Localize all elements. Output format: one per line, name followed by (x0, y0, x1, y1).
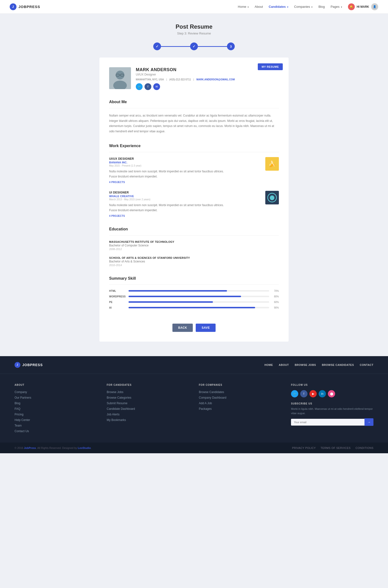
work-role-1: UI/UX DESIGNER (109, 157, 261, 160)
user-greeting: HI MARK (357, 5, 369, 8)
footer-columns: ABOUT Company Our Partners Blog FAQ Pric… (0, 374, 388, 443)
edu-degree-1: Bachelor of Computer Science (109, 244, 279, 247)
step-line-1 (161, 46, 190, 47)
footer-link-company[interactable]: Company (15, 390, 97, 394)
footer-link-team[interactable]: Team (15, 424, 97, 427)
footer-link-browse-categories[interactable]: Browse Categories (107, 396, 189, 399)
footer-nav-browse-jobs[interactable]: BROWSE JOBS (295, 363, 316, 367)
footer-email-submit-button[interactable]: → (364, 418, 373, 426)
footer-logo-icon: J (15, 362, 20, 368)
back-button[interactable]: BACK (172, 324, 193, 332)
footer-top: J JOBPRESS HOME ABOUT BROWSE JOBS BROWSE… (0, 356, 388, 374)
nav-item-home[interactable]: Home ▾ (238, 5, 249, 8)
footer-link-bookmarks[interactable]: My Bookmarks (107, 418, 189, 422)
footer-link-help[interactable]: Help Center (15, 418, 97, 422)
profile-photo (109, 67, 131, 89)
step-3: 3 (227, 43, 235, 50)
navbar-brand-name: JOBPRESS (18, 5, 40, 9)
social-email-button[interactable]: ✉ (153, 83, 160, 90)
step-line-2 (198, 46, 227, 47)
footer-link-pricing[interactable]: Pricing (15, 412, 97, 416)
navbar-logo-icon: J (10, 3, 17, 10)
svg-text:⬤: ⬤ (270, 195, 274, 200)
footer-about-col: ABOUT Company Our Partners Blog FAQ Pric… (15, 384, 97, 433)
skill-bar-pe (128, 301, 213, 303)
footer-companies-col: FOR COMPANIES Browse Candidates Company … (199, 384, 281, 433)
page-subtitle: Step 3: Review Resume (5, 31, 383, 35)
footer-conditions[interactable]: CONDITIONS (356, 447, 373, 449)
footer-nav: HOME ABOUT BROWSE JOBS BROWSE CANDIDATES… (265, 363, 373, 367)
work-projects-1[interactable]: 4 PROJECTS (109, 181, 261, 184)
footer-link-contact[interactable]: Contact Us (15, 429, 97, 433)
edu-school-1: MASSACHUSETTS INSTITUTE OF TECHNOLOGY (109, 240, 279, 243)
nav-item-blog[interactable]: Blog (318, 5, 325, 8)
footer-nav-browse-candidates[interactable]: BROWSE CANDIDATES (322, 363, 354, 367)
work-experience-title: Work Experience (109, 144, 279, 148)
navbar-user: 🔔 HI MARK 👤 (348, 3, 378, 10)
footer-link-submit-resume[interactable]: Submit Resume (107, 401, 189, 405)
work-projects-2[interactable]: 4 PROJECTS (109, 214, 261, 217)
skill-bar-wordpress (128, 296, 241, 297)
footer-link-partners[interactable]: Our Partners (15, 396, 97, 399)
candidate-phone: (415)-212-322-5711 (169, 78, 191, 81)
work-desc-1: Nulla molestie sed lorem non suscipit. M… (109, 169, 225, 179)
footer-youtube-button[interactable]: ▶ (309, 390, 317, 398)
candidate-title: UI/UX Designer (136, 73, 235, 76)
footer-nav-about[interactable]: ABOUT (279, 363, 289, 367)
footer-facebook-button[interactable]: f (300, 390, 308, 398)
footer-link-blog[interactable]: Blog (15, 401, 97, 405)
nav-item-candidates[interactable]: Candidates ▾ (269, 5, 288, 8)
work-item-2: UI DESIGNER WHALE CREATIVE March 2013 - … (109, 191, 279, 217)
candidate-location: MANHATTAN, NYC, USA (136, 78, 164, 81)
skill-html: HTML 70% (109, 290, 279, 292)
footer-link-browse-candidates[interactable]: Browse Candidates (199, 390, 281, 394)
footer-nav-contact[interactable]: CONTACT (360, 363, 373, 367)
avatar[interactable]: 👤 (371, 3, 378, 10)
social-twitter-button[interactable]: 🐦 (136, 83, 143, 90)
work-date-2: March 2013 - May 2015 (over 2 years) (109, 198, 261, 201)
footer-dribbble-button[interactable]: ⬤ (328, 390, 335, 398)
page-title: Post Resume (5, 23, 383, 30)
footer-privacy-policy[interactable]: PRIVACY POLICY (292, 447, 316, 449)
action-buttons: BACK SAVE (109, 319, 279, 332)
notification-icon[interactable]: 🔔 (348, 3, 355, 10)
nav-item-about[interactable]: About (255, 5, 263, 8)
candidate-name: MARK ANDERSON (136, 67, 235, 72)
footer-social: 🐦 f ▶ in ⬤ (291, 390, 373, 398)
edu-year-1: 2008-2012 (109, 248, 279, 251)
footer-about-links: Company Our Partners Blog FAQ Pricing He… (15, 390, 97, 433)
nav-item-pages[interactable]: Pages ▾ (331, 5, 342, 8)
candidate-email: MARK.ANDERSON@GMAIL.COM (196, 78, 235, 81)
footer-link-add-job[interactable]: Add A Job (199, 401, 281, 405)
edu-item-2: SCHOOL OF ARTS & SCIENCES OF STANFORD UN… (109, 256, 279, 267)
footer-subscribe-title: SUBSCRIBE US (291, 402, 373, 405)
social-facebook-button[interactable]: f (145, 83, 151, 90)
skills-title: Summary Skill (109, 276, 279, 281)
svg-text:🍌: 🍌 (268, 160, 276, 167)
footer-candidates-col: FOR CANDIDATES Browse Jobs Browse Catego… (107, 384, 189, 433)
edu-school-2: SCHOOL OF ARTS & SCIENCES OF STANFORD UN… (109, 256, 279, 259)
education-section: Education MASSACHUSETTS INSTITUTE OF TEC… (109, 227, 279, 267)
skill-pe: PE 60% (109, 301, 279, 303)
footer-twitter-button[interactable]: 🐦 (291, 390, 298, 398)
footer-link-candidate-dashboard[interactable]: Candidate Dashboard (107, 407, 189, 410)
navbar-logo[interactable]: J JOBPRESS (10, 3, 40, 10)
footer-nav-home[interactable]: HOME (265, 363, 273, 367)
my-resume-button[interactable]: MY RESUME (258, 63, 283, 70)
footer-terms[interactable]: TERMS OF SERVICES (321, 447, 351, 449)
footer-link-job-alerts[interactable]: Job Alerts (107, 412, 189, 416)
footer-copyright: © 2016 JobPress. All Rights Reserved. De… (15, 447, 92, 449)
footer-companies-col-title: FOR COMPANIES (199, 384, 281, 386)
footer-email-input[interactable] (291, 419, 364, 426)
work-company-1: BANANA INC. (109, 161, 261, 164)
footer-link-packages[interactable]: Packages (199, 407, 281, 410)
nav-item-companies[interactable]: Companies ▾ (294, 5, 313, 8)
footer-link-company-dashboard[interactable]: Company Dashboard (199, 396, 281, 399)
profile-photo-img (109, 67, 131, 89)
footer-link-faq[interactable]: FAQ (15, 407, 97, 410)
about-text: Nullam semper erat arcu, ac tincidunt se… (109, 113, 279, 134)
save-button[interactable]: SAVE (196, 324, 216, 332)
footer-linkedin-button[interactable]: in (319, 390, 326, 398)
profile-meta: MANHATTAN, NYC, USA | (415)-212-322-5711… (136, 78, 235, 81)
footer-link-browse-jobs[interactable]: Browse Jobs (107, 390, 189, 394)
